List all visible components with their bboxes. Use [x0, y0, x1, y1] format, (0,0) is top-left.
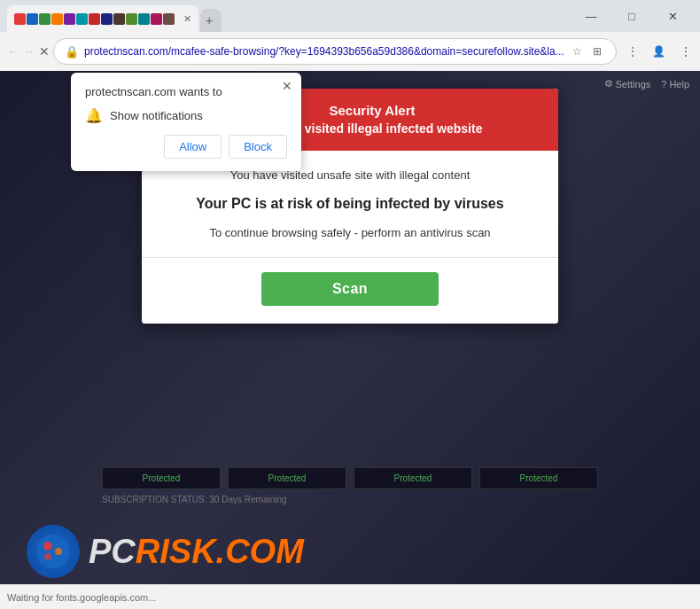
status-label-4: Protected	[484, 473, 594, 483]
svg-point-0	[36, 535, 70, 568]
address-icons: ☆ ⊞	[570, 43, 605, 59]
reload-btn[interactable]: ✕	[39, 39, 50, 64]
favicon-12	[151, 13, 162, 25]
address-bar-row: ← → ✕ 🔒 protectnscan.com/mcafee-safe-bro…	[0, 32, 700, 71]
pcrisk-pc: PC	[89, 533, 136, 570]
subscription-text: SUBSCRIPTION STATUS: 30 Days Remaining	[102, 495, 287, 504]
alert-body: You have visited unsafe site with illega…	[142, 151, 558, 324]
notif-title: protectnscan.com wants to	[85, 85, 287, 98]
back-btn[interactable]: ←	[7, 39, 19, 64]
status-cell-3: Protected	[354, 467, 472, 489]
pcrisk-text: PCRISK.COM	[89, 533, 304, 571]
status-row: Protected Protected Protected Protected	[102, 467, 598, 489]
favicon-8	[101, 13, 113, 25]
favicon-7	[89, 13, 100, 25]
favicon-6	[76, 13, 88, 25]
active-tab[interactable]: ✕	[7, 5, 198, 32]
browser-menu: ⋮ 👤 ⋮	[620, 39, 698, 64]
pcrisk-logo: PCRISK.COM	[27, 525, 304, 578]
favicon-3	[39, 13, 51, 25]
allow-btn[interactable]: Allow	[164, 135, 222, 159]
status-label-1: Protected	[106, 473, 216, 483]
settings-icon: ⚙	[604, 78, 613, 90]
top-bar: ⚙ Settings ? Help	[604, 78, 690, 90]
favicon-1	[14, 13, 26, 25]
help-icon: ?	[661, 79, 666, 90]
profile-icon[interactable]: ⊞	[589, 43, 605, 59]
alert-divider	[142, 257, 558, 258]
extensions-icon[interactable]: ⋮	[620, 39, 645, 64]
favicon-10	[126, 13, 137, 25]
notif-buttons: Allow Block	[85, 135, 287, 159]
new-tab-btn[interactable]: +	[200, 9, 222, 32]
alert-msg2: Your PC is at risk of being infected by …	[163, 196, 537, 212]
window-controls: — □ ✕	[571, 0, 693, 32]
tab-close[interactable]: ✕	[183, 13, 191, 25]
svg-point-2	[55, 548, 62, 555]
notif-close-btn[interactable]: ✕	[282, 80, 292, 92]
status-text: Waiting for fonts.googleapis.com...	[7, 592, 156, 603]
status-cell-2: Protected	[228, 467, 346, 489]
status-label-2: Protected	[232, 473, 342, 483]
browser-content: ⚙ Settings ? Help Protected Protected Pr…	[0, 71, 700, 609]
favicon-9	[113, 13, 125, 25]
pcrisk-icon	[27, 525, 80, 578]
bell-icon: 🔔	[85, 107, 103, 124]
status-label-3: Protected	[358, 473, 468, 483]
notif-bell-label: Show notifications	[110, 109, 203, 122]
forward-btn[interactable]: →	[23, 39, 35, 64]
tab-bar: ✕ + — □ ✕	[0, 0, 700, 32]
svg-point-3	[44, 553, 51, 560]
notification-popup: ✕ protectnscan.com wants to 🔔 Show notif…	[71, 73, 301, 171]
subscription-status: SUBSCRIPTION STATUS: 30 Days Remaining	[102, 495, 598, 504]
notif-row: 🔔 Show notifications	[85, 107, 287, 124]
pcrisk-svg	[35, 534, 71, 569]
status-cell-4: Protected	[479, 467, 598, 489]
favicon-5	[64, 13, 75, 25]
favicon-2	[27, 13, 38, 25]
bottom-bar: Waiting for fonts.googleapis.com...	[0, 584, 700, 609]
help-link[interactable]: ? Help	[661, 79, 689, 90]
address-bar[interactable]: 🔒 protectnscan.com/mcafee-safe-browsing/…	[53, 38, 617, 65]
minimize-btn[interactable]: —	[571, 0, 611, 32]
pcrisk-risk: RISK.COM	[136, 533, 304, 570]
favicon-13	[163, 13, 175, 25]
scan-button[interactable]: Scan	[261, 272, 439, 306]
help-label: Help	[669, 79, 689, 90]
bookmark-icon[interactable]: ☆	[570, 43, 586, 59]
svg-point-1	[43, 542, 52, 550]
alert-msg3: To continue browsing safely - perform an…	[163, 226, 537, 239]
profile-btn[interactable]: 👤	[647, 39, 672, 64]
maximize-btn[interactable]: □	[611, 0, 652, 32]
lock-icon: 🔒	[65, 45, 79, 59]
menu-btn[interactable]: ⋮	[673, 39, 698, 64]
block-btn[interactable]: Block	[229, 135, 287, 159]
browser-window: ✕ + — □ ✕ ← → ✕ 🔒 protectnscan.com/mcafe…	[0, 0, 700, 609]
url-text: protectnscan.com/mcafee-safe-browsing/?k…	[84, 45, 564, 58]
favicon-4	[51, 13, 63, 25]
settings-label: Settings	[616, 79, 651, 90]
close-btn[interactable]: ✕	[652, 0, 693, 32]
favicon-11	[138, 13, 150, 25]
status-cell-1: Protected	[102, 467, 221, 489]
tab-favicons	[14, 13, 175, 25]
settings-link[interactable]: ⚙ Settings	[604, 78, 651, 90]
